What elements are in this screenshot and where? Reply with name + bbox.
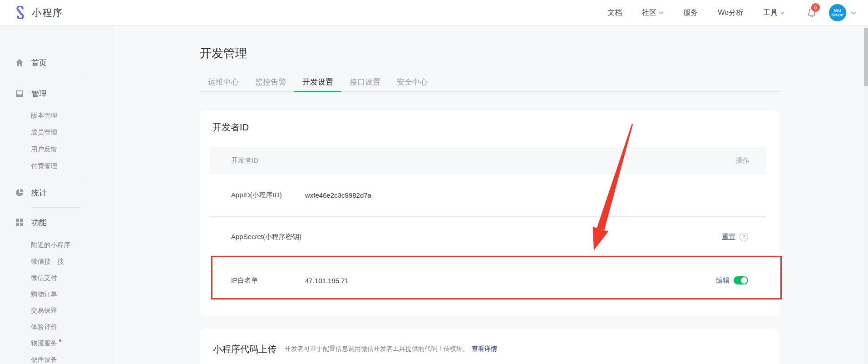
code-upload-description: 开发者可基于配置信息调用微信开发者工具提供的代码上传模块。 [285,345,469,353]
ip-whitelist-label: IP白名单 [231,276,305,285]
table-header: 开发者ID 操作 [209,147,766,174]
code-upload-card: 小程序代码上传 开发者可基于配置信息调用微信开发者工具提供的代码上传模块。 查看… [200,329,779,364]
sidebar-item-shopping-orders[interactable]: 购物订单 [0,286,113,302]
reset-appsecret-link[interactable]: 重置 [722,233,735,241]
view-details-link[interactable]: 查看详情 [472,345,497,353]
table-row-ip-whitelist: IP白名单 47.101.195.71 编辑 [209,259,766,301]
sidebar-item-hardware-devices[interactable]: 硬件设备 [0,351,113,364]
page-title: 开发管理 [200,45,247,61]
section-title-developer-id: 开发者ID [212,121,249,134]
table-header-action: 操作 [735,156,749,165]
tab-ops-center[interactable]: 运维中心 [200,73,247,91]
sidebar-item-wechat-pay[interactable]: 微信支付 [0,269,113,286]
sidebar-item-wechat-search[interactable]: 微信搜一搜 [0,253,113,269]
sidebar-item-version-manage[interactable]: 版本管理 [0,107,113,124]
account-menu-chevron-icon[interactable] [851,11,856,15]
tab-api-settings[interactable]: 接口设置 [341,73,389,91]
sidebar-features-group: 附近的小程序 微信搜一搜 微信支付 购物订单 交易保障 体验评价 物流服务 硬件… [0,237,113,364]
pie-chart-icon [15,188,24,197]
sidebar-divider [31,78,81,78]
chevron-down-icon [780,11,784,14]
nav-docs[interactable]: 文档 [607,8,622,18]
notification-bell-button[interactable]: 6 [806,7,817,19]
sidebar-item-logistics-service[interactable]: 物流服务 [0,335,113,351]
miniprogram-logo[interactable]: 小程序 [14,6,63,19]
table-row-appsecret: AppSecret(小程序密钥) 重置 ? [209,217,766,257]
ip-whitelist-toggle[interactable] [734,276,748,284]
ip-whitelist-value: 47.101.195.71 [305,277,349,284]
appid-value: wxfe46e2c3c9982d7a [305,191,371,199]
notification-badge: 6 [811,3,820,12]
inbox-icon [15,89,24,98]
top-bar: 小程序 文档 社区 服务 We分析 工具 6 NiU SHOP [0,0,868,25]
chevron-down-icon [659,11,663,14]
scrollbar-track [864,25,868,364]
nav-services[interactable]: 服务 [683,8,698,18]
tab-security-center[interactable]: 安全中心 [389,73,436,91]
sidebar-item-experience-rating[interactable]: 体验评价 [0,319,113,335]
logo-text: 小程序 [32,6,63,19]
sidebar-divider [31,177,81,177]
sidebar-item-user-feedback[interactable]: 用户反馈 [0,141,113,158]
edit-ip-whitelist-link[interactable]: 编辑 [716,276,730,285]
table-row-appid: AppID(小程序ID) wxfe46e2c3c9982d7a [209,174,766,216]
new-badge-dot [59,339,61,342]
sidebar-item-manage[interactable]: 管理 [0,85,113,103]
tab-monitor-alerts[interactable]: 监控告警 [247,73,294,91]
section-title-code-upload: 小程序代码上传 [213,343,276,355]
miniprogram-logo-icon [14,6,27,19]
sidebar-item-member-manage[interactable]: 成员管理 [0,124,113,141]
account-avatar[interactable]: NiU SHOP [829,4,846,21]
tab-dev-settings[interactable]: 开发设置 [294,73,341,91]
nav-community[interactable]: 社区 [642,8,663,18]
sidebar-item-home[interactable]: 首页 [0,54,113,72]
nav-we-analytics[interactable]: We分析 [718,8,743,18]
help-icon[interactable]: ? [740,233,748,241]
sidebar-item-payment-manage[interactable]: 付费管理 [0,158,113,175]
scrollbar-thumb[interactable] [864,28,868,86]
sidebar-manage-group: 版本管理 成员管理 用户反馈 付费管理 [0,107,113,175]
sidebar-divider [31,207,81,208]
sidebar-item-features[interactable]: 功能 [0,213,113,231]
appsecret-label: AppSecret(小程序密钥) [231,233,305,241]
nav-tools[interactable]: 工具 [763,8,784,18]
tab-bar: 运维中心 监控告警 开发设置 接口设置 安全中心 [200,73,779,92]
developer-id-card: 开发者ID 开发者ID 操作 AppID(小程序ID) wxfe46e2c3c9… [200,110,779,316]
table-header-developer-id: 开发者ID [231,156,258,165]
sidebar: 首页 管理 版本管理 成员管理 用户反馈 付费管理 统计 功能 附近的小程序 微… [0,25,113,364]
top-nav: 文档 社区 服务 We分析 工具 6 NiU SHOP [587,0,856,25]
home-icon [15,58,24,67]
sidebar-item-transaction-guarantee[interactable]: 交易保障 [0,302,113,319]
sidebar-item-statistics[interactable]: 统计 [0,184,113,202]
grid-icon [15,218,24,227]
appid-label: AppID(小程序ID) [231,191,305,199]
sidebar-item-nearby-miniprogram[interactable]: 附近的小程序 [0,237,113,253]
